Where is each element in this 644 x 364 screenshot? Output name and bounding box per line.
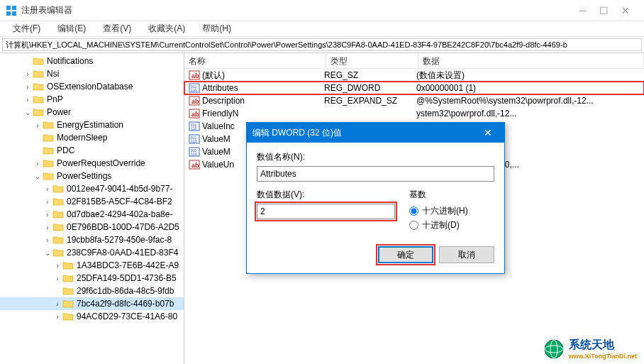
value-data: 0x00000001 (1) — [412, 83, 644, 93]
expand-icon[interactable]: › — [43, 185, 52, 193]
expand-icon[interactable]: › — [33, 121, 43, 129]
tree-item[interactable]: PDC — [0, 144, 184, 157]
tree-item[interactable]: ›0d7dbae2-4294-402a-ba8e- — [0, 208, 184, 221]
dialog-title-bar[interactable]: 编辑 DWORD (32 位)值 ✕ — [247, 123, 504, 143]
tree-item-label: PowerSettings — [57, 171, 111, 181]
value-name-input[interactable] — [257, 166, 494, 182]
expand-icon[interactable]: › — [43, 236, 52, 244]
folder-icon — [62, 311, 74, 321]
expand-icon[interactable]: › — [33, 160, 43, 167]
value-name: (默认) — [202, 70, 225, 82]
value-name: Description — [202, 96, 245, 106]
value-data-input[interactable] — [257, 204, 395, 219]
tree-item-label: 1A34BDC3-7E6B-442E-A9 — [77, 260, 179, 270]
expand-icon[interactable]: ⌄ — [33, 172, 43, 180]
svg-rect-2 — [6, 11, 11, 16]
tree-item-label: 238C9FA8-0AAD-41ED-83F4 — [67, 248, 178, 258]
tree-item-label: OSExtensionDatabase — [47, 82, 133, 92]
folder-icon — [33, 69, 44, 79]
value-type: REG_SZ — [320, 70, 412, 80]
dialog-close-button[interactable]: ✕ — [477, 127, 499, 138]
tree-item[interactable]: ›0012ee47-9041-4b5d-9b77- — [0, 182, 184, 195]
tree-item[interactable]: ›7bc4a2f9-d8fc-4469-b07b — [0, 297, 184, 310]
folder-icon — [43, 145, 54, 155]
expand-icon[interactable]: › — [43, 224, 52, 231]
svg-text:110: 110 — [191, 139, 197, 143]
col-name[interactable]: 名称 — [184, 53, 326, 68]
expand-icon[interactable]: › — [52, 275, 62, 282]
tree-item[interactable]: ModernSleep — [0, 131, 184, 144]
tree-item[interactable]: ›94AC6D29-73CE-41A6-80 — [0, 310, 184, 323]
expand-icon[interactable]: › — [23, 70, 33, 78]
cancel-button[interactable]: 取消 — [439, 246, 494, 263]
menu-view[interactable]: 查看(V) — [96, 21, 138, 36]
tree-item-label: Power — [47, 107, 71, 117]
list-row[interactable]: abDescriptionREG_EXPAND_SZ@%SystemRoot%\… — [184, 94, 644, 107]
tree-item[interactable]: ›PowerRequestOverride — [0, 157, 184, 170]
col-data[interactable]: 数据 — [418, 53, 644, 68]
tree-item[interactable]: ⌄PowerSettings — [0, 170, 184, 182]
col-type[interactable]: 类型 — [326, 53, 418, 68]
value-type-icon: ab — [189, 159, 200, 170]
tree-item[interactable]: ›EnergyEstimation — [0, 118, 184, 131]
tree-item[interactable]: ›02F815B5-A5CF-4C84-BF2 — [0, 195, 184, 208]
svg-text:110: 110 — [191, 126, 197, 131]
dialog-title: 编辑 DWORD (32 位)值 — [252, 127, 477, 139]
tree-item[interactable]: ›Nsi — [0, 67, 184, 80]
expand-icon[interactable]: ⌄ — [23, 109, 33, 116]
minimize-button[interactable]: ─ — [579, 5, 587, 16]
expand-icon[interactable]: › — [23, 83, 33, 91]
expand-icon[interactable]: › — [52, 262, 62, 270]
tree-item-label: 94AC6D29-73CE-41A6-80 — [77, 311, 177, 321]
expand-icon[interactable]: ⌄ — [43, 249, 52, 257]
registry-tree[interactable]: Notifications›Nsi›OSExtensionDatabase›Pn… — [0, 53, 184, 364]
expand-icon[interactable]: › — [23, 96, 33, 104]
value-data: (数值未设置) — [412, 70, 644, 82]
tree-item-label: 0d7dbae2-4294-402a-ba8e- — [67, 209, 172, 219]
menu-bar: 文件(F) 编辑(E) 查看(V) 收藏夹(A) 帮助(H) — [0, 21, 644, 37]
list-row[interactable]: ab(默认)REG_SZ(数值未设置) — [184, 69, 644, 82]
menu-edit[interactable]: 编辑(E) — [50, 21, 93, 36]
svg-rect-0 — [6, 6, 11, 10]
folder-icon — [43, 133, 54, 143]
tree-item[interactable]: ›1A34BDC3-7E6B-442E-A9 — [0, 259, 184, 272]
tree-item-label: PnP — [47, 94, 63, 104]
value-type-icon: ab — [189, 108, 200, 119]
tree-item-label: EnergyEstimation — [57, 120, 123, 130]
folder-icon — [33, 82, 44, 92]
folder-icon — [62, 286, 74, 296]
tree-item[interactable]: ›PnP — [0, 93, 184, 106]
expand-icon[interactable]: › — [43, 198, 52, 206]
address-input[interactable] — [2, 38, 642, 51]
tree-item[interactable]: ›19cbb8fa-5279-450e-9fac-8 — [0, 233, 184, 246]
menu-file[interactable]: 文件(F) — [6, 21, 48, 36]
value-data-label: 数值数据(V): — [257, 189, 395, 201]
list-row[interactable]: 011110AttributesREG_DWORD0x00000001 (1) — [184, 82, 644, 94]
ok-button[interactable]: 确定 — [378, 246, 433, 263]
tree-item[interactable]: Notifications — [0, 55, 184, 67]
tree-item[interactable]: ›25DFA149-5DD1-4736-B5 — [0, 272, 184, 285]
radio-dec[interactable] — [409, 221, 418, 230]
close-button[interactable]: ✕ — [621, 5, 630, 16]
radio-hex[interactable] — [409, 206, 418, 216]
tree-item-label: 25DFA149-5DD1-4736-B5 — [77, 273, 177, 283]
expand-icon[interactable]: › — [52, 300, 62, 308]
expand-icon[interactable]: › — [52, 313, 62, 321]
folder-icon — [62, 260, 74, 270]
menu-favorites[interactable]: 收藏夹(A) — [141, 21, 192, 36]
tree-item[interactable]: 29f6c1db-86da-48c5-9fdb — [0, 285, 184, 297]
folder-icon — [43, 158, 54, 168]
svg-point-24 — [545, 340, 563, 358]
folder-icon — [33, 94, 44, 104]
tree-item[interactable]: ›0E796BDB-100D-47D6-A2D5 — [0, 221, 184, 233]
tree-item[interactable]: ⌄238C9FA8-0AAD-41ED-83F4 — [0, 246, 184, 259]
tree-item[interactable]: ›OSExtensionDatabase — [0, 80, 184, 93]
maximize-button[interactable]: ☐ — [599, 5, 609, 16]
list-row[interactable]: abFriendlyNystem32\powrprof.dll,-12... — [184, 107, 644, 120]
expand-icon[interactable]: › — [43, 211, 52, 219]
tree-item[interactable]: ⌄Power — [0, 106, 184, 118]
window-title: 注册表编辑器 — [21, 4, 579, 16]
menu-help[interactable]: 帮助(H) — [195, 21, 238, 36]
tree-item-label: 7bc4a2f9-d8fc-4469-b07b — [77, 299, 174, 309]
watermark-url: www.XiTongTianDi.net — [569, 353, 637, 360]
